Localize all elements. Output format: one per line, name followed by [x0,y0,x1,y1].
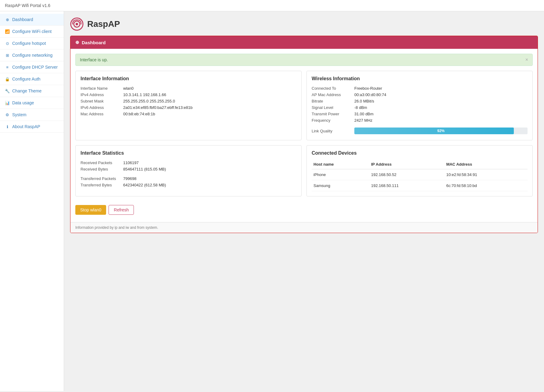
interface-info-row: Mac Address00:b8:eb:74:e8:1b [81,111,296,117]
sidebar-icon-auth: 🔒 [5,77,10,81]
interface-stats-card: Interface Statistics Received Packets110… [75,145,302,196]
sidebar-label-system: System [12,112,27,117]
link-quality-bar-fill [354,128,514,134]
dashboard-header-icon: ⊕ [75,40,79,45]
devices-col-header: MAC Address [444,160,528,169]
sidebar-item-hotspot[interactable]: ⊙Configure hotspot [0,38,64,49]
wireless-info-table: Connected ToFreebox-RouterAP Mac Address… [312,85,528,124]
wireless-info-row: Frequency2427 MHz [312,117,528,124]
device-row: Samsung192.168.50.1116c:70:fd:58:10:bd [312,180,528,191]
info-grid-top: Interface Information Interface Namewlan… [75,71,533,140]
sidebar: ⊕Dashboard📶Configure WiFi client⊙Configu… [0,11,64,391]
sidebar-label-dashboard: Dashboard [12,17,33,22]
sidebar-icon-networking: ⊞ [5,53,10,58]
dashboard-body: Interface is up. × Interface Information… [70,49,538,222]
sidebar-icon-system: ⚙ [5,113,10,117]
sidebar-label-theme: Change Theme [12,88,41,93]
sidebar-label-data-usage: Data usage [12,100,34,105]
svg-point-2 [76,23,78,25]
interface-stats-row: Transferred Bytes642340422 (612.58 MB) [81,182,296,188]
wireless-info-row: AP Mac Address00:a3:00:d0:80:74 [312,92,528,98]
footer-text: Information provided by ip and iw and fr… [75,225,158,230]
link-quality-row: Link Quality 92% [312,127,528,135]
main-content: RaspAP ⊕ Dashboard Interface is up. × In… [64,11,544,391]
alert-success: Interface is up. × [75,54,533,66]
interface-stats-row: Received Bytes854647111 (815.05 MB) [81,166,296,172]
interface-info-row: IPv4 Address10.3.141.1 192.168.1.66 [81,92,296,98]
devices-table: Host nameIP AddressMAC Address iPhone192… [312,160,528,191]
wireless-info-title: Wireless Information [312,76,528,81]
sidebar-label-networking: Configure networking [12,53,52,58]
interface-info-table: Interface Namewlan0IPv4 Address10.3.141.… [81,85,296,117]
app-title: RaspAP Wifi Portal v1.6 [5,3,50,8]
sidebar-item-networking[interactable]: ⊞Configure networking [0,49,64,61]
wireless-info-row: Transmit Power31.00 dBm [312,111,528,117]
sidebar-item-dhcp[interactable]: ≡Configure DHCP Server [0,61,64,73]
sidebar-icon-about: ℹ [5,124,10,129]
topbar: RaspAP Wifi Portal v1.6 [0,0,544,11]
device-mac: 6c:70:fd:58:10:bd [444,180,528,191]
sidebar-label-hotspot: Configure hotspot [12,41,46,46]
logo-area: RaspAP [70,17,538,31]
bottom-buttons: Stop wlan0 Refresh [75,201,533,217]
sidebar-icon-dashboard: ⊕ [5,17,10,22]
sidebar-icon-dhcp: ≡ [5,65,10,70]
stop-wlan-button[interactable]: Stop wlan0 [75,205,106,215]
sidebar-icon-data-usage: 📊 [5,101,10,105]
interface-stats-row: Transferred Packets799698 [81,175,296,182]
interface-stats-table: Received Packets1106197Received Bytes854… [81,160,296,188]
sidebar-item-data-usage[interactable]: 📊Data usage [0,97,64,109]
alert-close-button[interactable]: × [525,57,528,63]
sidebar-label-auth: Configure Auth [12,77,41,81]
device-host: Samsung [312,180,369,191]
sidebar-item-auth[interactable]: 🔒Configure Auth [0,73,64,85]
wireless-info-row: Bitrate26.0 MBit/s [312,98,528,104]
connected-devices-title: Connected Devices [312,150,528,156]
wireless-info-card: Wireless Information Connected ToFreebox… [306,71,533,140]
logo-text: RaspAP [87,19,120,29]
logo-icon [70,17,84,31]
sidebar-item-dashboard[interactable]: ⊕Dashboard [0,14,64,26]
link-quality-text: 92% [437,129,445,133]
sidebar-item-system[interactable]: ⚙System [0,109,64,121]
interface-info-row: IPv6 Address2a01:e34:ef85:fbf0:ba27:ebff… [81,104,296,111]
sidebar-icon-theme: 🔧 [5,89,10,93]
refresh-button[interactable]: Refresh [109,205,134,215]
dashboard-header-title: Dashboard [82,40,106,45]
dashboard-footer: Information provided by ip and iw and fr… [70,222,538,233]
interface-info-row: Subnet Mask255.255.255.0 255.255.255.0 [81,98,296,104]
devices-col-header: Host name [312,160,369,169]
device-mac: 10:e2:fd:58:34:91 [444,169,528,180]
sidebar-item-about[interactable]: ℹAbout RaspAP [0,121,64,133]
devices-col-header: IP Address [369,160,444,169]
alert-text: Interface is up. [80,57,108,62]
sidebar-item-wifi-client[interactable]: 📶Configure WiFi client [0,26,64,38]
wireless-info-row: Signal Level-8 dBm [312,104,528,111]
interface-info-row: Interface Namewlan0 [81,85,296,92]
interface-stats-row: Received Packets1106197 [81,160,296,166]
device-row: iPhone192.168.50.5210:e2:fd:58:34:91 [312,169,528,180]
interface-info-title: Interface Information [81,76,296,81]
interface-stats-title: Interface Statistics [81,150,296,156]
interface-info-card: Interface Information Interface Namewlan… [75,71,302,140]
sidebar-label-about: About RaspAP [12,124,40,129]
sidebar-icon-hotspot: ⊙ [5,41,10,46]
dashboard-card: ⊕ Dashboard Interface is up. × Interface… [70,36,538,233]
dashboard-header: ⊕ Dashboard [70,36,538,49]
sidebar-icon-wifi-client: 📶 [5,29,10,34]
device-host: iPhone [312,169,369,180]
device-ip: 192.168.50.111 [369,180,444,191]
link-quality-label: Link Quality [312,129,354,133]
sidebar-label-wifi-client: Configure WiFi client [12,29,52,34]
device-ip: 192.168.50.52 [369,169,444,180]
sidebar-label-dhcp: Configure DHCP Server [12,65,58,70]
connected-devices-card: Connected Devices Host nameIP AddressMAC… [306,145,533,196]
link-quality-bar-bg: 92% [354,128,528,134]
info-grid-bottom: Interface Statistics Received Packets110… [75,145,533,196]
wireless-info-row: Connected ToFreebox-Router [312,85,528,92]
sidebar-item-theme[interactable]: 🔧Change Theme [0,85,64,97]
